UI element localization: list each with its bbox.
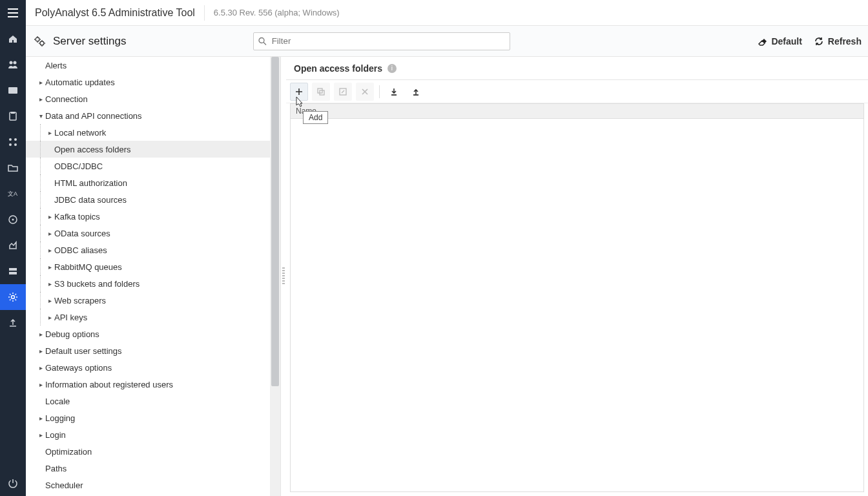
plus-icon: [294, 87, 304, 96]
tree-item[interactable]: Locale: [26, 393, 270, 409]
caret-right-icon: ▸: [37, 415, 44, 422]
caret-right-icon: ▸: [37, 79, 44, 86]
grid-header[interactable]: Name: [290, 103, 864, 119]
tree-item[interactable]: Paths: [26, 460, 270, 477]
tree-item-label: ODBC aliases: [54, 245, 107, 255]
split-drag-handle[interactable]: [281, 57, 286, 496]
download-button[interactable]: [385, 83, 403, 101]
refresh-icon: [814, 36, 824, 46]
tree-item[interactable]: Optimization: [26, 443, 270, 460]
nav-server-icon[interactable]: [0, 258, 26, 284]
eraser-icon: [757, 36, 767, 46]
nav-users-icon[interactable]: [0, 52, 26, 78]
svg-point-14: [12, 296, 15, 299]
top-bar: PolyAnalyst 6.5 Administrative Tool 6.5.…: [0, 0, 868, 26]
nav-settings-icon[interactable]: [0, 284, 26, 310]
nav-upload-icon[interactable]: [0, 310, 26, 336]
tree-item[interactable]: ▸Debug options: [26, 326, 270, 342]
tree-item[interactable]: ▸Web scrapers: [26, 292, 270, 309]
hamburger-icon: [8, 8, 18, 17]
grid-col-name: Name: [296, 107, 316, 116]
svg-point-6: [14, 138, 17, 141]
nav-folder-icon[interactable]: [0, 155, 26, 181]
svg-point-16: [40, 41, 44, 45]
tree-item[interactable]: Scheduler: [26, 477, 270, 493]
caret-right-icon: ▸: [37, 431, 44, 439]
svg-point-0: [10, 61, 13, 65]
left-nav: 文A: [0, 26, 26, 496]
tree-item[interactable]: JDBC data sources: [26, 191, 270, 208]
tree-item-label: Gateways options: [45, 363, 112, 373]
svg-point-11: [12, 219, 14, 221]
add-button[interactable]: [290, 83, 308, 101]
tree-item[interactable]: ▸Information about registered users: [26, 376, 270, 393]
svg-rect-2: [8, 87, 17, 94]
svg-point-7: [9, 143, 12, 146]
subheader: Server settings Default Refresh: [26, 26, 868, 57]
tree-item-label: Logging: [45, 413, 75, 423]
tree-item-label: Data and API connections: [45, 111, 142, 121]
detail-title: Open access folders: [294, 63, 382, 74]
tree-item-label: S3 buckets and folders: [54, 279, 140, 289]
tree-item[interactable]: ▸Gateways options: [26, 359, 270, 376]
menu-toggle-button[interactable]: [0, 0, 26, 26]
tree-item[interactable]: ▸S3 buckets and folders: [26, 275, 270, 292]
tree-item[interactable]: ▸Connection: [26, 90, 270, 107]
tree-item[interactable]: ▸Logging: [26, 409, 270, 426]
tree-item-label: OData sources: [54, 229, 110, 238]
app-version: 6.5.30 Rev. 556 (alpha; Windows): [204, 5, 349, 21]
svg-text:文A: 文A: [8, 191, 17, 197]
settings-tree[interactable]: Alerts▸Automatic updates▸Connection▾Data…: [26, 57, 270, 496]
edit-icon: [338, 87, 347, 96]
tree-item[interactable]: ▸API keys: [26, 309, 270, 326]
tree-item[interactable]: ▸Login: [26, 426, 270, 443]
tree-item[interactable]: Alerts: [26, 57, 270, 74]
nav-clipboard-icon[interactable]: [0, 103, 26, 129]
tree-item[interactable]: ODBC/JDBC: [26, 158, 270, 174]
grid-body: [290, 119, 864, 492]
refresh-button[interactable]: Refresh: [814, 36, 862, 46]
caret-right-icon: ▸: [46, 280, 53, 287]
caret-right-icon: ▸: [37, 364, 44, 371]
default-button[interactable]: Default: [757, 36, 801, 46]
tree-item[interactable]: ▸Kafka topics: [26, 208, 270, 225]
caret-right-icon: ▸: [46, 314, 53, 321]
nav-translate-icon[interactable]: 文A: [0, 181, 26, 207]
svg-point-1: [14, 61, 17, 65]
tree-item-label: Paths: [45, 464, 67, 473]
nav-modules-icon[interactable]: [0, 129, 26, 155]
tree-item[interactable]: ▸Default user settings: [26, 342, 270, 359]
svg-rect-12: [9, 268, 17, 271]
filter-input[interactable]: [253, 32, 510, 50]
nav-home-icon[interactable]: [0, 26, 26, 52]
nav-badge-icon[interactable]: [0, 78, 26, 103]
svg-rect-13: [9, 272, 17, 274]
tree-item-label: JDBC data sources: [54, 195, 127, 205]
tree-item[interactable]: ▸Automatic updates: [26, 74, 270, 90]
tree-item-label: Automatic updates: [45, 78, 115, 87]
tree-item[interactable]: ▸ODBC aliases: [26, 242, 270, 258]
tree-item-label: Kafka topics: [54, 212, 100, 222]
tree-item[interactable]: ▾Data and API connections: [26, 107, 270, 124]
tree-item-label: Local network: [54, 128, 106, 138]
tree-item[interactable]: ▸OData sources: [26, 225, 270, 242]
tree-item-label: Optimization: [45, 447, 92, 457]
tree-item-label: HTML authorization: [54, 178, 127, 188]
gears-icon: [32, 35, 46, 48]
upload-button[interactable]: [407, 83, 425, 101]
tree-item[interactable]: ▸Local network: [26, 124, 270, 141]
caret-right-icon: ▸: [46, 129, 53, 136]
close-icon: [360, 87, 369, 96]
caret-right-icon: ▸: [46, 264, 53, 271]
info-icon[interactable]: i: [388, 64, 397, 73]
nav-schedule-icon[interactable]: [0, 207, 26, 232]
tree-item[interactable]: HTML authorization: [26, 174, 270, 191]
nav-power-icon[interactable]: [0, 470, 26, 496]
nav-chart-icon[interactable]: [0, 232, 26, 258]
tree-scrollbar[interactable]: [270, 57, 280, 496]
tree-item[interactable]: ▸RabbitMQ queues: [26, 258, 270, 275]
caret-right-icon: ▸: [37, 347, 44, 355]
tree-item-label: Scheduler: [45, 480, 83, 490]
tree-item[interactable]: Open access folders: [26, 141, 270, 158]
svg-rect-4: [11, 112, 15, 114]
